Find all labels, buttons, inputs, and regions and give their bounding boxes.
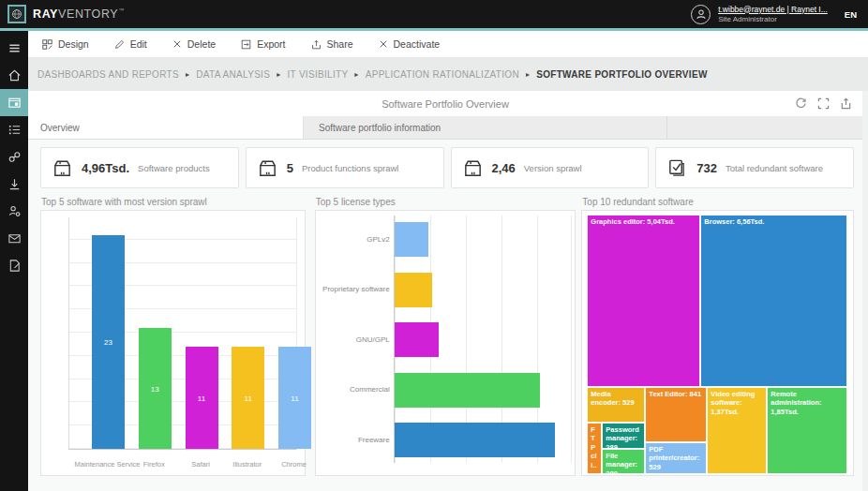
treemap-cell[interactable]: Media encoder: 529: [587, 387, 645, 423]
sidebar-item-user-management[interactable]: [0, 198, 28, 225]
deactivate-button[interactable]: Deactivate: [379, 38, 441, 50]
kpi-label: Product functions sprawl: [302, 163, 399, 173]
kpi-version-sprawl: 2,46 Version sprawl: [451, 147, 650, 188]
chart-redundant-software: Graphics editor: 5,04Tsd.Browser: 6,56Ts…: [581, 210, 854, 476]
y-axis-label: Commercial: [319, 385, 390, 394]
bar-Proprietary software[interactable]: [395, 273, 432, 307]
fullscreen-icon[interactable]: [817, 97, 830, 110]
sidebar-item-home[interactable]: [0, 62, 28, 89]
bar-Commercial[interactable]: [395, 373, 540, 408]
breadcrumb-item[interactable]: APPLICATION RATIONALIZATION: [366, 69, 519, 80]
sidebar-item-reports[interactable]: [0, 252, 28, 279]
home-icon: [7, 68, 22, 82]
export-widget-icon[interactable]: [840, 97, 852, 110]
breadcrumb-separator-icon: ▸: [354, 70, 358, 79]
x-axis-label: Firefox: [143, 460, 165, 469]
treemap-cell[interactable]: PDF printer/creator: 529: [645, 442, 707, 474]
link-icon: [7, 150, 22, 164]
kpi-value: 4,96Tsd.: [82, 161, 129, 175]
treemap-cell[interactable]: File manager: 289: [602, 449, 645, 474]
widget-title: Software Portfolio Overview: [382, 98, 509, 110]
breadcrumb-separator-icon: ▸: [277, 70, 280, 79]
brand-name: RAYVENTORY™: [33, 7, 125, 21]
kpi-software-products: 4,96Tsd. Software products: [40, 147, 239, 188]
y-axis-label: Proprietary software: [319, 285, 390, 293]
bar-Chrome[interactable]: 11: [278, 347, 311, 449]
bar-value-label: 13: [139, 384, 172, 393]
y-axis-label: GPLv2: [319, 235, 390, 244]
kpi-value: 5: [287, 161, 293, 175]
sidebar-item-notifications[interactable]: [0, 225, 28, 252]
sidebar-item-connections[interactable]: [0, 143, 28, 171]
bar-GPLv2[interactable]: [395, 222, 428, 257]
treemap-cell[interactable]: FTP cli... 225: [587, 423, 602, 474]
treemap-cell[interactable]: Text Editor: 841: [645, 387, 707, 442]
y-axis-label: GNU/GPL: [319, 335, 390, 344]
kpi-value: 2,46: [492, 161, 516, 175]
x-axis-label: Chrome: [281, 460, 307, 469]
export-button[interactable]: Export: [241, 38, 285, 50]
treemap-cell[interactable]: Browser: 6,56Tsd.: [700, 215, 847, 387]
delete-icon: [172, 39, 182, 49]
bar-Illustrator[interactable]: 11: [232, 347, 264, 449]
breadcrumb-item[interactable]: DASHBOARDS AND REPORTS: [37, 69, 179, 80]
treemap-cell[interactable]: Remote administration: 1,85Tsd.: [767, 387, 847, 474]
package-icon: [257, 157, 278, 179]
chart-license-types: GPLv2Proprietary softwareGNU/GPLCommerci…: [315, 210, 576, 476]
bar-value-label: 11: [278, 394, 311, 402]
version-sprawl-plot: 2313111111: [68, 217, 297, 450]
kpi-value: 732: [696, 161, 717, 175]
deactivate-icon: [379, 39, 388, 49]
tasks-icon: [666, 157, 688, 179]
delete-button[interactable]: Delete: [172, 38, 216, 50]
redundant-software-treemap: Graphics editor: 5,04Tsd.Browser: 6,56Ts…: [587, 215, 847, 474]
breadcrumb-item[interactable]: DATA ANALYSIS: [196, 69, 270, 80]
user-name: t.wibbe@raynet.de | Raynet I...: [718, 5, 828, 15]
treemap-cell[interactable]: Graphics editor: 5,04Tsd.: [587, 215, 700, 387]
sidebar-item-downloads[interactable]: [0, 171, 28, 198]
app-header: RAYVENTORY™ t.wibbe@raynet.de | Raynet I…: [0, 0, 868, 28]
bar-Freeware[interactable]: [395, 423, 555, 457]
treemap-cell[interactable]: Video editing software: 1,37Tsd.: [707, 387, 767, 474]
chart-title-license-types: Top 5 license types: [316, 197, 576, 210]
rayventory-logo-icon: [7, 5, 26, 23]
breadcrumb-separator-icon: ▸: [186, 70, 189, 79]
bar-value-label: 23: [92, 338, 125, 347]
bar-Maintenance Service[interactable]: 23: [92, 235, 125, 449]
share-button[interactable]: Share: [311, 38, 353, 50]
refresh-icon[interactable]: [795, 97, 807, 110]
list-icon: [7, 123, 22, 137]
edit-button[interactable]: Edit: [114, 38, 147, 50]
chart-version-sprawl: 2313111111 Maintenance ServiceFirefoxSaf…: [40, 210, 306, 476]
tab-software-portfolio-information[interactable]: Software portfolio information: [304, 116, 667, 139]
sidebar-item-menu[interactable]: [0, 35, 28, 62]
bar-GNU/GPL[interactable]: [395, 322, 439, 357]
sidebar-nav: [0, 31, 28, 491]
language-button[interactable]: EN: [841, 7, 861, 22]
design-button[interactable]: Design: [42, 38, 89, 50]
breadcrumb-item[interactable]: IT VISIBILITY: [288, 69, 349, 80]
bar-Safari[interactable]: 11: [186, 347, 218, 449]
bar-value-label: 11: [232, 394, 264, 402]
treemap-cell[interactable]: Password manager: 289: [602, 423, 645, 449]
mail-icon: [7, 231, 22, 246]
breadcrumb-separator-icon: ▸: [526, 70, 530, 79]
package-icon: [462, 157, 484, 179]
user-role: Site Administrator: [718, 15, 828, 24]
bar-Firefox[interactable]: 13: [139, 328, 172, 449]
kpi-total-redundant-software: 732 Total redundant software: [655, 147, 854, 188]
download-icon: [7, 177, 22, 191]
tab-strip: Overview Software portfolio information: [28, 116, 862, 140]
kpi-label: Version sprawl: [524, 163, 582, 173]
sidebar-item-dashboards[interactable]: [0, 89, 28, 116]
design-icon: [42, 39, 52, 50]
dashboard-panel: Software Portfolio Overview Overview Sof…: [28, 91, 862, 491]
tab-overview[interactable]: Overview: [28, 116, 304, 139]
kpi-label: Total redundant software: [726, 163, 823, 173]
user-menu[interactable]: t.wibbe@raynet.de | Raynet I... Site Adm…: [691, 5, 828, 24]
sidebar-item-catalog[interactable]: [0, 116, 28, 143]
kpi-label: Software products: [138, 163, 210, 173]
x-axis-label: Safari: [191, 460, 210, 469]
dashboards-icon: [7, 96, 22, 110]
x-axis-label: Illustrator: [232, 460, 262, 469]
